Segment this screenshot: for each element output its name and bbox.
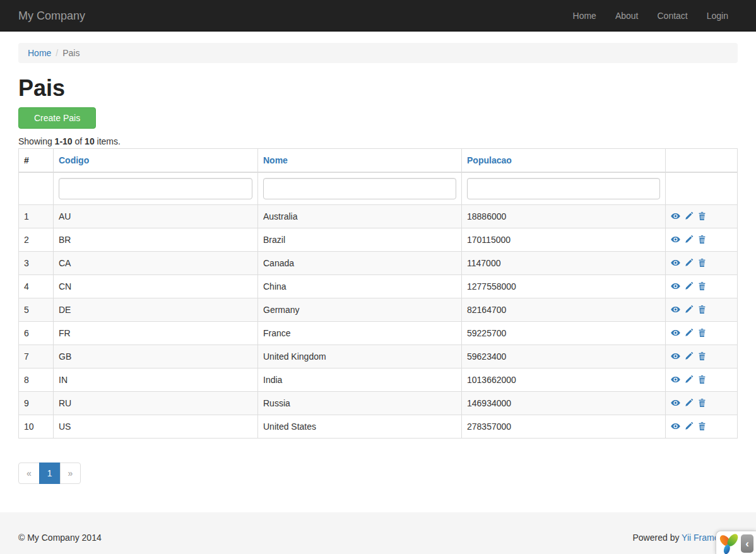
breadcrumb-separator: / <box>51 48 62 58</box>
eye-icon <box>671 281 680 291</box>
row-serial: 6 <box>19 322 54 345</box>
update-button[interactable] <box>684 374 694 386</box>
yii-logo-icon[interactable] <box>719 533 740 554</box>
trash-icon <box>697 328 707 338</box>
view-button[interactable] <box>671 280 680 293</box>
populacao-filter-input[interactable] <box>467 178 660 199</box>
pais-grid-table: # Codigo Nome Populacao 1AUAustralia1888… <box>18 148 738 439</box>
cell-actions <box>666 275 738 298</box>
cell-populacao: 18886000 <box>462 205 666 228</box>
cell-codigo: US <box>54 415 258 439</box>
eye-icon <box>671 305 680 314</box>
cell-codigo: FR <box>54 322 258 345</box>
view-button[interactable] <box>671 420 680 433</box>
update-button[interactable] <box>684 304 694 316</box>
trash-icon <box>697 351 707 361</box>
pencil-icon <box>684 305 694 314</box>
view-button[interactable] <box>671 350 680 363</box>
breadcrumb-home-link[interactable]: Home <box>28 48 51 58</box>
row-serial: 8 <box>19 368 54 392</box>
summary-text: of <box>73 136 85 146</box>
eye-icon <box>671 211 680 221</box>
yii-debug-toolbar[interactable]: ‹ <box>716 531 756 554</box>
update-button[interactable] <box>684 233 694 246</box>
cell-codigo: DE <box>54 298 258 322</box>
cell-populacao: 170115000 <box>462 228 666 252</box>
trash-icon <box>697 258 707 268</box>
view-button[interactable] <box>671 210 680 223</box>
pencil-icon <box>684 421 694 431</box>
trash-icon <box>697 398 707 408</box>
delete-button[interactable] <box>697 233 707 246</box>
view-button[interactable] <box>671 397 680 410</box>
delete-button[interactable] <box>697 257 707 269</box>
cell-nome: Germany <box>258 298 462 322</box>
update-button[interactable] <box>684 420 694 433</box>
update-button[interactable] <box>684 210 694 223</box>
nome-filter-input[interactable] <box>263 178 456 199</box>
summary-text: Showing <box>18 136 55 146</box>
update-button[interactable] <box>684 350 694 363</box>
delete-button[interactable] <box>697 350 707 363</box>
cell-nome: Brazil <box>258 228 462 252</box>
view-button[interactable] <box>671 257 680 269</box>
row-serial: 3 <box>19 252 54 275</box>
footer: © My Company 2014 Powered by Yii Framewo… <box>0 512 756 554</box>
trash-icon <box>697 375 707 384</box>
row-serial: 1 <box>19 205 54 228</box>
view-button[interactable] <box>671 233 680 246</box>
nav-item-contact[interactable]: Contact <box>647 0 697 32</box>
eye-icon <box>671 375 680 384</box>
delete-button[interactable] <box>697 327 707 339</box>
pagination-next-button: » <box>60 463 81 484</box>
navbar: My Company HomeAboutContactLogin <box>0 0 756 32</box>
delete-button[interactable] <box>697 374 707 386</box>
create-pais-button[interactable]: Create Pais <box>18 107 96 129</box>
table-row: 2BRBrazil170115000 <box>19 228 738 252</box>
delete-button[interactable] <box>697 304 707 316</box>
cell-codigo: BR <box>54 228 258 252</box>
nav-menu: HomeAboutContactLogin <box>564 0 738 32</box>
update-button[interactable] <box>684 327 694 339</box>
cell-populacao: 59225700 <box>462 322 666 345</box>
pagination: « 1 » <box>18 463 81 484</box>
view-button[interactable] <box>671 304 680 316</box>
powered-by-text: Powered by <box>632 533 682 543</box>
delete-button[interactable] <box>697 397 707 410</box>
table-row: 6FRFrance59225700 <box>19 322 738 345</box>
update-button[interactable] <box>684 397 694 410</box>
view-button[interactable] <box>671 374 680 386</box>
table-row: 9RURussia146934000 <box>19 392 738 415</box>
table-row: 8INIndia1013662000 <box>19 368 738 392</box>
view-button[interactable] <box>671 327 680 339</box>
brand-link[interactable]: My Company <box>18 0 85 32</box>
row-serial: 2 <box>19 228 54 252</box>
pagination-page-1-button[interactable]: 1 <box>39 463 61 484</box>
nav-item-about[interactable]: About <box>606 0 648 32</box>
cell-codigo: RU <box>54 392 258 415</box>
delete-button[interactable] <box>697 280 707 293</box>
table-row: 10USUnited States278357000 <box>19 415 738 439</box>
chevron-left-icon[interactable]: ‹ <box>741 534 753 553</box>
nav-item-home[interactable]: Home <box>564 0 606 32</box>
update-button[interactable] <box>684 280 694 293</box>
sort-nome-link[interactable]: Nome <box>263 155 288 165</box>
cell-populacao: 1277558000 <box>462 275 666 298</box>
cell-populacao: 1013662000 <box>462 368 666 392</box>
summary-range: 1-10 <box>55 136 73 146</box>
cell-actions <box>666 345 738 368</box>
cell-actions <box>666 298 738 322</box>
cell-actions <box>666 205 738 228</box>
eye-icon <box>671 351 680 361</box>
row-serial: 4 <box>19 275 54 298</box>
sort-codigo-link[interactable]: Codigo <box>59 155 89 165</box>
delete-button[interactable] <box>697 420 707 433</box>
cell-actions <box>666 228 738 252</box>
eye-icon <box>671 235 680 244</box>
update-button[interactable] <box>684 257 694 269</box>
pencil-icon <box>684 211 694 221</box>
nav-item-login[interactable]: Login <box>697 0 738 32</box>
sort-populacao-link[interactable]: Populacao <box>467 155 512 165</box>
delete-button[interactable] <box>697 210 707 223</box>
codigo-filter-input[interactable] <box>59 178 252 199</box>
